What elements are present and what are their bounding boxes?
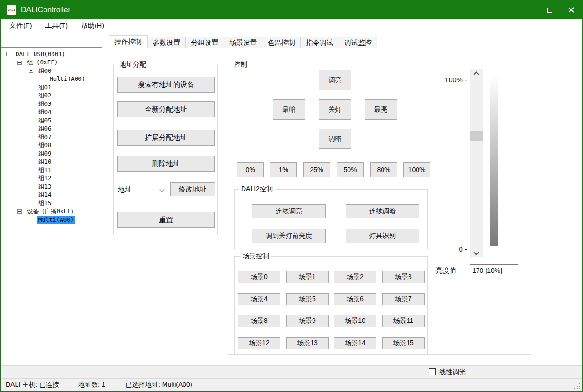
status-host-connection: DALI 主机: 已连接: [6, 381, 59, 389]
tree-item-group04[interactable]: 组04: [1, 108, 102, 117]
scrollbar-thumb[interactable]: [470, 131, 483, 141]
delete-address-button[interactable]: 删除地址: [117, 156, 215, 172]
continuous-brighten-button[interactable]: 连续调亮: [252, 204, 326, 218]
tab-color-temp-control[interactable]: 色温控制: [262, 37, 301, 48]
tree-item-group02[interactable]: 组02: [1, 92, 102, 100]
scene-7-button[interactable]: 场景7: [382, 293, 425, 305]
minimize-button[interactable]: [517, 1, 539, 19]
tree-item-label: 组07: [37, 133, 52, 141]
tree-item-group09[interactable]: 组09: [1, 149, 102, 158]
title-bar: DALI DALIController: [1, 1, 582, 19]
collapse-icon[interactable]: [17, 61, 22, 65]
percent-80-button[interactable]: 80%: [370, 162, 397, 177]
tab-scene-settings[interactable]: 场景设置: [224, 37, 262, 48]
tab-debug-monitor[interactable]: 调试监控: [339, 37, 377, 48]
scroll-down-button[interactable]: [470, 249, 483, 257]
assign-new-addresses-button[interactable]: 全新分配地址: [117, 101, 215, 117]
tree-item-label: 组10: [37, 158, 52, 166]
max-brightness-button[interactable]: 最亮: [365, 99, 397, 120]
tree-item-group05[interactable]: 组05: [1, 116, 102, 125]
light-off-button[interactable]: 关灯: [319, 99, 351, 120]
scene-9-button[interactable]: 场景9: [286, 315, 329, 327]
scene-13-button[interactable]: 场景13: [286, 337, 329, 349]
scene-15-button[interactable]: 场景15: [382, 337, 425, 349]
address-combobox[interactable]: [137, 183, 167, 196]
tab-operation-control[interactable]: 操作控制: [109, 35, 148, 48]
slider-max-label: 100% -: [432, 76, 467, 84]
resize-grip[interactable]: [579, 388, 580, 389]
menu-file[interactable]: 文件(F): [3, 19, 39, 33]
continuous-dim-button[interactable]: 连续调暗: [346, 204, 419, 218]
tree-item-group-root[interactable]: 组 (0xFF): [1, 59, 102, 67]
menu-tools[interactable]: 工具(T): [39, 19, 75, 33]
brightness-value-field[interactable]: 170 [10%]: [470, 264, 518, 277]
extend-assign-addresses-button[interactable]: 扩展分配地址: [117, 130, 215, 146]
status-address-count: 地址数: 1: [78, 381, 105, 389]
tab-parameter-settings[interactable]: 参数设置: [148, 37, 186, 48]
tree-item-group08[interactable]: 组08: [1, 141, 102, 150]
percent-50-button[interactable]: 50%: [337, 162, 364, 177]
scene-0-button[interactable]: 场景0: [238, 271, 280, 283]
scene-4-button[interactable]: 场景4: [238, 293, 280, 305]
group-title: 地址分配: [118, 61, 148, 69]
min-brightness-button[interactable]: 最暗: [273, 99, 305, 120]
percent-25-button[interactable]: 25%: [303, 162, 330, 177]
tree-item-group00[interactable]: 组00: [1, 67, 102, 75]
tree-item-group06[interactable]: 组06: [1, 125, 102, 133]
collapse-icon[interactable]: [29, 69, 33, 73]
scene-3-button[interactable]: 场景3: [382, 271, 425, 283]
recall-last-level-button[interactable]: 调到关灯前亮度: [252, 229, 326, 243]
reset-button[interactable]: 重置: [117, 212, 215, 228]
scroll-up-button[interactable]: [470, 69, 483, 77]
maximize-button[interactable]: [539, 1, 560, 19]
scene-12-button[interactable]: 场景12: [238, 337, 280, 349]
group-title: 场景控制: [241, 252, 271, 261]
tree-item-group13[interactable]: 组13: [1, 183, 102, 191]
dim-button[interactable]: 调暗: [319, 129, 351, 149]
luminaire-identify-button[interactable]: 灯具识别: [346, 229, 419, 243]
scene-2-button[interactable]: 场景2: [334, 271, 376, 283]
scene-control-group: 场景控制 场景0 场景1 场景2 场景3 场景4 场景5 场景6 场景7 场景8…: [234, 256, 428, 355]
tab-grouping-settings[interactable]: 分组设置: [186, 37, 224, 48]
tree-item-group07[interactable]: 组07: [1, 133, 102, 141]
tab-command-debug[interactable]: 指令调试: [301, 37, 339, 48]
menu-help[interactable]: 帮助(H): [74, 19, 111, 33]
close-icon: [568, 7, 574, 13]
tree-item-multi-a00[interactable]: Multi(A00): [1, 75, 102, 84]
tree-item-group12[interactable]: 组12: [1, 174, 102, 183]
address-combobox-input[interactable]: [138, 184, 159, 195]
brighten-button[interactable]: 调亮: [319, 70, 351, 90]
percent-1-button[interactable]: 1%: [270, 162, 297, 177]
tree-item-label: 组06: [37, 125, 52, 132]
percent-100-button[interactable]: 100%: [403, 162, 430, 177]
tree-item-group01[interactable]: 组01: [1, 83, 102, 92]
scene-8-button[interactable]: 场景8: [238, 315, 280, 327]
scene-10-button[interactable]: 场景10: [334, 315, 376, 327]
scene-11-button[interactable]: 场景11: [382, 315, 425, 327]
modify-address-button[interactable]: 修改地址: [170, 182, 215, 196]
tree-item-device-broadcast[interactable]: 设备（广播0xFF）: [1, 208, 102, 216]
tree-item-label: 组09: [37, 150, 52, 157]
tree-item-multi-a00-selected[interactable]: Multi(A00): [1, 216, 102, 224]
brightness-scrollbar[interactable]: [470, 69, 483, 257]
status-selected-address: 已选择地址: Multi(A00): [125, 381, 192, 389]
tree-item-group11[interactable]: 组11: [1, 166, 102, 174]
scene-5-button[interactable]: 场景5: [286, 293, 329, 305]
close-button[interactable]: [560, 1, 582, 19]
scene-1-button[interactable]: 场景1: [286, 271, 329, 283]
collapse-icon[interactable]: [6, 52, 10, 56]
tree-item-label: 组00: [37, 67, 52, 75]
search-addressed-devices-button[interactable]: 搜索有地址的设备: [117, 77, 215, 93]
scene-6-button[interactable]: 场景6: [334, 293, 376, 305]
tree-item-group15[interactable]: 组15: [1, 199, 102, 208]
tree-item-group10[interactable]: 组10: [1, 158, 102, 166]
linear-dimming-checkbox[interactable]: [429, 368, 436, 375]
tree-item-group03[interactable]: 组03: [1, 100, 102, 108]
percent-0-button[interactable]: 0%: [237, 162, 264, 177]
app-icon: DALI: [7, 5, 16, 15]
tree-item-dali-usb[interactable]: DALI USB(0001): [1, 50, 102, 59]
scene-14-button[interactable]: 场景14: [334, 337, 376, 349]
tree-item-label: DALI USB(0001): [15, 51, 66, 58]
tree-item-group14[interactable]: 组14: [1, 191, 102, 200]
collapse-icon[interactable]: [17, 209, 22, 214]
